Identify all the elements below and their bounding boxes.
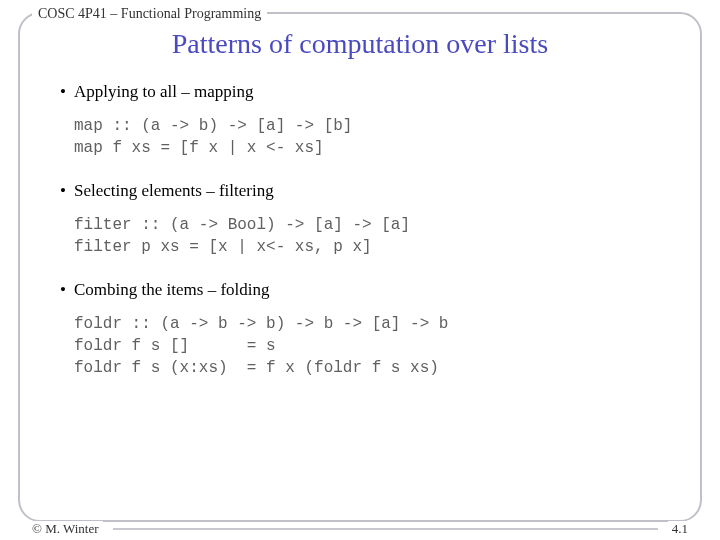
footer-divider: [113, 528, 658, 530]
bullet-filtering: Selecting elements – filtering: [60, 181, 660, 201]
footer: © M. Winter 4.1: [28, 521, 692, 537]
bullet-folding: Combing the items – folding: [60, 280, 660, 300]
bullet-mapping: Applying to all – mapping: [60, 82, 660, 102]
footer-author: © M. Winter: [28, 521, 103, 537]
course-header: COSC 4P41 – Functional Programming: [32, 6, 267, 22]
footer-page: 4.1: [668, 521, 692, 537]
